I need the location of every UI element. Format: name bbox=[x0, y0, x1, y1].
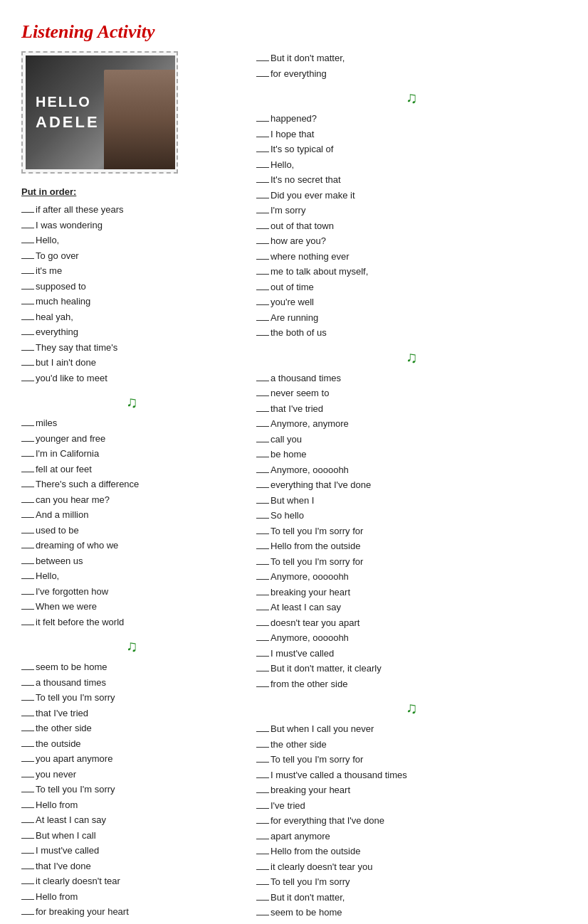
blank-line bbox=[256, 610, 269, 610]
right-section2: a thousand timesnever seem tothat I've t… bbox=[256, 371, 567, 691]
item-text: the outside bbox=[36, 737, 81, 751]
blank-line bbox=[21, 700, 34, 701]
item-text: I'm sorry bbox=[271, 203, 305, 218]
blank-line bbox=[21, 319, 34, 320]
list-item: how are you? bbox=[256, 234, 567, 248]
item-text: between us bbox=[36, 554, 83, 568]
blank-line bbox=[256, 442, 269, 442]
blank-line bbox=[21, 594, 34, 595]
blank-line bbox=[256, 395, 269, 396]
list-item: seem to be home bbox=[21, 660, 242, 674]
list-item: At least I can say bbox=[256, 600, 567, 615]
item-text: breaking your heart bbox=[271, 585, 350, 600]
item-text: never seem to bbox=[271, 386, 329, 400]
blank-line bbox=[21, 289, 34, 290]
list-item: Hello, bbox=[21, 569, 242, 583]
list-item: me to talk about myself, bbox=[256, 265, 567, 279]
blank-line bbox=[256, 472, 269, 473]
list-item: much healing bbox=[21, 294, 242, 309]
list-item: from the other side bbox=[256, 677, 567, 691]
item-text: To tell you I'm sorry bbox=[271, 875, 350, 889]
list-item: I've forgotten how bbox=[21, 585, 242, 599]
item-text: But when I call bbox=[36, 829, 96, 843]
blank-line bbox=[256, 213, 269, 213]
blank-line bbox=[256, 76, 269, 77]
left-section2: milesyounger and freeI'm in Californiafe… bbox=[21, 416, 242, 629]
blank-line bbox=[21, 487, 34, 487]
list-item: And a million bbox=[21, 508, 242, 522]
blank-line bbox=[21, 899, 34, 900]
blank-line bbox=[256, 640, 269, 641]
list-item: out of time bbox=[256, 280, 567, 294]
list-item: When we were bbox=[21, 600, 242, 614]
blank-line bbox=[256, 884, 269, 885]
blank-line bbox=[256, 182, 269, 183]
right-top: But it don't matter,for everything bbox=[256, 51, 567, 80]
item-text: Anymore, ooooohh bbox=[271, 570, 349, 584]
item-text: I must've called a thousand times bbox=[271, 768, 407, 782]
blank-line bbox=[21, 625, 34, 625]
blank-line bbox=[21, 456, 34, 457]
item-text: To tell you I'm sorry for bbox=[271, 524, 363, 538]
blank-line bbox=[256, 808, 269, 809]
blank-line bbox=[21, 761, 34, 762]
list-item: It's so typical of bbox=[256, 142, 567, 156]
blank-line bbox=[256, 167, 269, 168]
blank-line bbox=[256, 381, 269, 381]
list-item: fell at our feet bbox=[21, 462, 242, 477]
item-text: To tell you I'm sorry bbox=[36, 782, 115, 797]
list-item: it's me bbox=[21, 264, 242, 278]
list-item: Did you ever make it bbox=[256, 188, 567, 203]
list-item: you apart anymore bbox=[21, 752, 242, 766]
item-text: everything bbox=[36, 325, 78, 339]
item-text: a thousand times bbox=[36, 676, 106, 690]
item-text: doesn't tear you apart bbox=[271, 616, 359, 630]
blank-line bbox=[256, 823, 269, 824]
list-item: I was wondering bbox=[21, 218, 242, 233]
blank-line bbox=[21, 273, 34, 274]
list-item: apart anymore bbox=[256, 829, 567, 844]
item-text: Hello, bbox=[36, 569, 59, 583]
item-text: I've tried bbox=[271, 799, 305, 813]
blank-line bbox=[256, 625, 269, 626]
item-text: To tell you I'm sorry for bbox=[271, 555, 363, 569]
blank-line bbox=[21, 258, 34, 259]
list-item: out of that town bbox=[256, 219, 567, 233]
list-item: Hello, bbox=[21, 233, 242, 248]
blank-line bbox=[21, 441, 34, 442]
blank-line bbox=[256, 792, 269, 793]
item-text: But when I call you never bbox=[271, 722, 374, 736]
album-text-hello: HELLO bbox=[36, 94, 91, 110]
blank-line bbox=[21, 716, 34, 716]
item-text: from the other side bbox=[271, 677, 347, 691]
list-item: I'm sorry bbox=[256, 203, 567, 218]
item-text: the both of us bbox=[271, 326, 327, 340]
item-text: the other side bbox=[36, 721, 92, 736]
blank-line bbox=[21, 777, 34, 777]
blank-line bbox=[21, 212, 34, 213]
list-item: if after all these years bbox=[21, 203, 242, 217]
item-text: I must've called bbox=[36, 844, 99, 858]
item-text: happened? bbox=[271, 112, 317, 126]
item-text: Anymore, ooooohh bbox=[271, 463, 349, 477]
list-item: that I've tried bbox=[256, 402, 567, 416]
list-item: between us bbox=[21, 554, 242, 568]
blank-line bbox=[21, 381, 34, 381]
list-item: To tell you I'm sorry for bbox=[256, 524, 567, 538]
blank-line bbox=[256, 411, 269, 412]
item-text: I've forgotten how bbox=[36, 585, 108, 599]
item-text: But when I bbox=[271, 494, 314, 508]
blank-line bbox=[256, 731, 269, 732]
list-item: But it don't matter, it clearly bbox=[256, 662, 567, 676]
list-item: miles bbox=[21, 416, 242, 430]
blank-line bbox=[256, 579, 269, 580]
item-text: Hello, bbox=[36, 233, 59, 248]
list-item: Anymore, anymore bbox=[256, 417, 567, 431]
left-section3: seem to be homea thousand timesTo tell y… bbox=[21, 660, 242, 919]
list-item: the other side bbox=[256, 738, 567, 752]
blank-line bbox=[21, 243, 34, 243]
list-item: you're well bbox=[256, 295, 567, 309]
item-text: To tell you I'm sorry for bbox=[271, 753, 363, 767]
music-icon-left-2: ♫ bbox=[21, 637, 242, 656]
list-item: the other side bbox=[21, 721, 242, 736]
